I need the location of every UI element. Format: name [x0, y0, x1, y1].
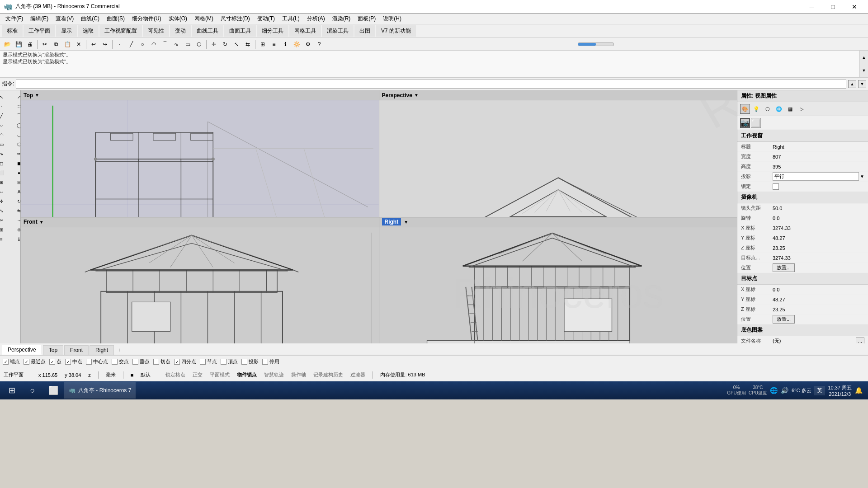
tab-display[interactable]: 显示	[56, 25, 77, 37]
props-btn-tgt-pos[interactable]: 放置...	[773, 315, 795, 324]
snap-int-cb[interactable]	[112, 359, 118, 365]
toolbar-line[interactable]: ╱	[126, 39, 137, 49]
snap-center[interactable]: 中心点	[86, 358, 108, 365]
snap-proj-cb[interactable]	[241, 359, 247, 365]
snap-nearest[interactable]: ✓ 最近点	[24, 358, 46, 365]
tab-workplane[interactable]: 工作平面	[24, 25, 55, 37]
toolbar-redo[interactable]: ↪	[99, 39, 110, 49]
props-icon-render[interactable]: 💡	[751, 104, 761, 114]
props-icon-more[interactable]: ▷	[797, 104, 807, 114]
props-icon-env[interactable]: 🌐	[774, 104, 784, 114]
menu-solid[interactable]: 实体(O)	[165, 14, 191, 23]
tab-mesh-tools[interactable]: 网格工具	[289, 25, 321, 37]
tool-move[interactable]: ✛	[0, 197, 10, 206]
props-icon-display[interactable]: 🎨	[740, 104, 750, 114]
tool-props[interactable]: ℹ	[10, 235, 21, 244]
viewport-right-name[interactable]: Right	[382, 218, 401, 225]
snap-vertex-cb[interactable]	[221, 359, 226, 365]
snap-center-cb[interactable]	[86, 359, 92, 365]
snap-point[interactable]: ✓ 点	[49, 358, 61, 365]
clock[interactable]: 10:37 周五 2021/12/3	[828, 385, 852, 397]
tool-arc2[interactable]: ◡	[10, 130, 21, 139]
props-icon-material[interactable]: ⬡	[763, 104, 773, 114]
toolbar-arc[interactable]: ◠	[148, 39, 159, 49]
close-button[interactable]: ✕	[844, 0, 864, 14]
snap-quad[interactable]: ✓ 四分点	[174, 358, 196, 365]
toolbar-cut[interactable]: ✂	[39, 39, 50, 49]
menu-render[interactable]: 渲染(R)	[329, 14, 354, 23]
menu-panel[interactable]: 面板(P)	[354, 14, 379, 23]
tab-viewport-config[interactable]: 工作视窗配置	[99, 25, 142, 37]
tool-point2[interactable]: ∷	[10, 102, 21, 111]
tab-surface-tools[interactable]: 曲面工具	[224, 25, 256, 37]
toolbar-copy[interactable]: ⧉	[51, 39, 61, 49]
toolbar-polyline[interactable]: ⌒	[160, 39, 170, 49]
snap-vertex[interactable]: 顶点	[221, 358, 238, 365]
props-proj-dropdown[interactable]: 平行 ▼	[773, 172, 864, 181]
tool-extend[interactable]: →	[10, 216, 21, 225]
toolbar-scale[interactable]: ⤡	[231, 39, 242, 49]
notification-icon[interactable]: 🔔	[854, 386, 863, 394]
tool-ellipse[interactable]: ◯	[10, 121, 21, 130]
snap-perp-cb[interactable]	[132, 359, 138, 365]
vp-tab-top[interactable]: Top	[43, 345, 63, 355]
cmd-input-down[interactable]: ▼	[858, 80, 866, 88]
tool-polygon[interactable]: ⬡	[10, 140, 21, 149]
status-lock-grid[interactable]: 锁定格点	[165, 371, 185, 378]
status-ortho[interactable]: 正交	[193, 371, 203, 378]
vp-tab-add[interactable]: +	[115, 346, 123, 355]
tool-sphere[interactable]: ●	[10, 168, 21, 177]
viewport-top-arrow[interactable]: ▼	[35, 93, 39, 98]
props-cam-icon1[interactable]: 📷	[740, 118, 750, 128]
toolbar-paste[interactable]: 📋	[62, 39, 73, 49]
snap-midpoint[interactable]: ✓ 中点	[65, 358, 82, 365]
tool-rect[interactable]: ▭	[0, 140, 10, 149]
toolbar-settings[interactable]: ⚙	[302, 39, 313, 49]
menu-file[interactable]: 文件(F)	[2, 14, 27, 23]
viewport-top-name[interactable]: Top	[24, 92, 33, 99]
tab-transform[interactable]: 变动	[170, 25, 191, 37]
menu-mesh[interactable]: 网格(M)	[191, 14, 217, 23]
toolbar-polygon[interactable]: ⬡	[193, 39, 204, 49]
minimize-button[interactable]: ─	[802, 0, 822, 14]
menu-view[interactable]: 查看(V)	[52, 14, 77, 23]
viewport-perspective-arrow[interactable]: ▼	[414, 93, 419, 98]
vp-tab-perspective[interactable]: Perspective	[2, 345, 42, 355]
cmd-scroll-up[interactable]: ▲	[860, 51, 868, 64]
toolbar-print[interactable]: 🖨	[24, 39, 35, 49]
props-proj-arrow[interactable]: ▼	[860, 174, 864, 179]
taskbar-app-rhino[interactable]: 🦏 八角亭 - Rhinoceros 7	[64, 382, 136, 399]
taskview-button[interactable]: ⬜	[43, 382, 63, 399]
snap-perp[interactable]: 垂点	[132, 358, 150, 365]
menu-analyze[interactable]: 分析(A)	[303, 14, 329, 23]
tool-line[interactable]: ╱	[0, 111, 10, 120]
toolbar-circle[interactable]: ○	[137, 39, 148, 49]
tool-trim[interactable]: ✂	[0, 216, 10, 225]
snap-point-cb[interactable]: ✓	[49, 359, 55, 365]
tool-mirror[interactable]: ⇆	[10, 206, 21, 215]
viewport-perspective-name[interactable]: Perspective	[382, 92, 412, 99]
tool-select[interactable]: ↖	[0, 92, 10, 101]
snap-proj[interactable]: 投影	[241, 358, 259, 365]
viewport-right-arrow[interactable]: ▼	[404, 220, 408, 225]
toolbar-layer[interactable]: ≡	[269, 39, 279, 49]
snap-endpoint-cb[interactable]: ✓	[3, 359, 9, 365]
tab-curve-tools[interactable]: 曲线工具	[192, 25, 223, 37]
maximize-button[interactable]: □	[823, 0, 843, 14]
status-op-axis[interactable]: 操作轴	[291, 371, 306, 378]
status-history[interactable]: 记录建构历史	[313, 371, 343, 378]
toolbar-render[interactable]: 🔆	[291, 39, 302, 49]
menu-dim[interactable]: 尺寸标注(D)	[217, 14, 254, 23]
cmd-scroll-down[interactable]: ▼	[860, 64, 868, 78]
snap-disable[interactable]: 停用	[262, 358, 279, 365]
menu-subd[interactable]: 细分物件(U)	[128, 14, 165, 23]
viewport-front-name[interactable]: Front	[24, 219, 38, 225]
tool-box[interactable]: ⬜	[0, 168, 10, 177]
tool-point[interactable]: ·	[0, 102, 10, 111]
toolbar-rect[interactable]: ▭	[182, 39, 193, 49]
toolbar-point[interactable]: ·	[114, 39, 125, 49]
tool-scale[interactable]: ⤡	[0, 206, 10, 215]
props-btn-bg-file[interactable]: ...	[856, 338, 864, 344]
toolbar-mirror[interactable]: ⇆	[242, 39, 253, 49]
toolbar-properties[interactable]: ℹ	[280, 39, 291, 49]
